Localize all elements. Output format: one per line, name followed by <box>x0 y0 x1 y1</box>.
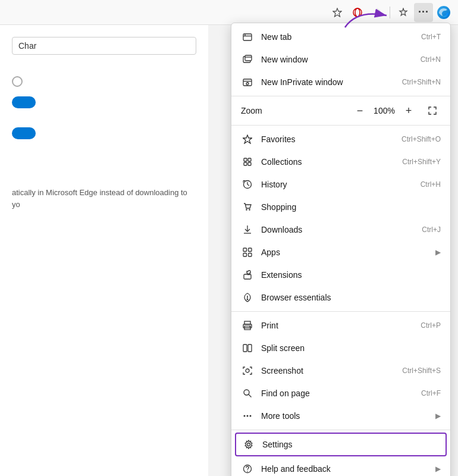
new-window-label: New window <box>261 55 415 64</box>
downloads-shortcut: Ctrl+J <box>422 226 441 234</box>
zoom-row: Zoom − 100% + <box>231 99 450 123</box>
svg-rect-10 <box>245 55 252 61</box>
menu-item-collections[interactable]: Collections Ctrl+Shift+Y <box>231 151 450 173</box>
menu-item-new-window[interactable]: New window Ctrl+N <box>231 48 450 71</box>
menu-item-print[interactable]: Print Ctrl+P <box>231 314 450 337</box>
menu-item-more-tools[interactable]: More tools ▶ <box>231 405 450 427</box>
svg-point-43 <box>250 415 252 417</box>
more-tools-label: More tools <box>261 411 431 421</box>
new-tab-shortcut: Ctrl+T <box>421 33 441 41</box>
split-screen-icon <box>241 342 254 355</box>
svg-point-42 <box>247 415 249 417</box>
collections-label: Collections <box>261 157 396 167</box>
svg-rect-36 <box>243 345 247 352</box>
menu-item-help[interactable]: Help and feedback ▶ <box>231 458 450 476</box>
svg-rect-32 <box>244 321 250 324</box>
edge-icon[interactable] <box>434 3 453 22</box>
arrow-annotation <box>339 4 399 33</box>
zoom-fullscreen-button[interactable] <box>424 102 441 119</box>
svg-point-35 <box>249 326 250 327</box>
char-input[interactable] <box>12 37 196 55</box>
zoom-label: Zoom <box>241 106 352 115</box>
svg-point-22 <box>246 209 247 210</box>
svg-point-23 <box>249 209 250 210</box>
favorites-label: Favorites <box>261 134 396 144</box>
menu-item-browser-essentials[interactable]: Browser essentials <box>231 286 450 309</box>
browser-essentials-label: Browser essentials <box>261 293 441 302</box>
extensions-label: Extensions <box>261 270 441 280</box>
shopping-label: Shopping <box>261 202 435 212</box>
new-window-shortcut: Ctrl+N <box>421 55 441 64</box>
zoom-minus-button[interactable]: − <box>352 102 368 119</box>
svg-marker-16 <box>243 135 252 143</box>
more-tools-arrow-icon: ▶ <box>435 412 441 420</box>
svg-rect-37 <box>248 345 252 352</box>
split-screen-label: Split screen <box>261 343 441 353</box>
history-icon <box>241 178 254 191</box>
screenshot-label: Screenshot <box>261 366 396 375</box>
menu-item-shopping[interactable]: Shopping <box>231 196 450 218</box>
menu-item-favorites[interactable]: Favorites Ctrl+Shift+O <box>231 128 450 151</box>
settings-menu-icon <box>242 438 255 451</box>
menu-item-apps[interactable]: Apps ▶ <box>231 241 450 264</box>
browser-essentials-icon <box>241 291 254 304</box>
svg-rect-30 <box>244 274 251 279</box>
svg-rect-18 <box>248 158 251 161</box>
favorites-shortcut: Ctrl+Shift+O <box>401 135 441 143</box>
menu-item-inprivate[interactable]: New InPrivate window Ctrl+Shift+N <box>231 71 450 93</box>
print-icon <box>241 319 254 332</box>
svg-marker-3 <box>400 8 407 15</box>
menu-item-find[interactable]: Find on page Ctrl+F <box>231 382 450 405</box>
extensions-icon <box>241 268 254 281</box>
new-tab-icon <box>241 30 254 43</box>
menu-item-screenshot[interactable]: Screenshot Ctrl+Shift+S <box>231 359 450 382</box>
menu-item-split-screen[interactable]: Split screen <box>231 337 450 359</box>
svg-rect-6 <box>243 34 252 40</box>
svg-rect-28 <box>243 253 247 257</box>
svg-point-31 <box>247 299 248 300</box>
toggle-switch-1[interactable] <box>12 96 36 108</box>
zoom-value: 100% <box>373 106 396 115</box>
menu-item-downloads[interactable]: Downloads Ctrl+J <box>231 218 450 241</box>
svg-rect-19 <box>244 162 247 165</box>
separator-3 <box>231 311 450 312</box>
downloads-label: Downloads <box>261 225 416 234</box>
svg-rect-20 <box>248 162 251 165</box>
screenshot-icon <box>241 364 254 377</box>
zoom-controls: − 100% + <box>352 102 441 119</box>
svg-point-41 <box>244 415 246 417</box>
svg-rect-27 <box>249 248 252 252</box>
more-menu-icon[interactable]: ··· <box>414 3 433 22</box>
zoom-plus-button[interactable]: + <box>400 102 417 119</box>
find-label: Find on page <box>261 389 415 398</box>
svg-rect-29 <box>249 253 252 257</box>
menu-item-settings[interactable]: Settings <box>235 433 447 456</box>
radio-button-1[interactable] <box>12 76 23 87</box>
radio-row-1 <box>12 76 196 87</box>
more-tools-icon <box>241 409 254 422</box>
separator-1 <box>231 96 450 96</box>
find-icon <box>241 387 254 400</box>
context-menu: New tab Ctrl+T New window Ctrl+N New InP… <box>231 23 451 476</box>
downloads-icon <box>241 223 254 236</box>
find-shortcut: Ctrl+F <box>421 389 441 397</box>
separator-4 <box>231 430 450 430</box>
svg-point-39 <box>244 390 249 395</box>
separator-2 <box>231 125 450 126</box>
svg-point-46 <box>247 471 248 472</box>
favorites-icon <box>241 133 254 146</box>
help-label: Help and feedback <box>261 464 431 474</box>
settings-label: Settings <box>262 440 440 449</box>
inprivate-label: New InPrivate window <box>261 77 396 87</box>
history-shortcut: Ctrl+H <box>421 180 441 189</box>
svg-rect-26 <box>243 248 247 252</box>
inprivate-icon <box>241 76 254 89</box>
toggle-switch-2[interactable] <box>12 127 36 139</box>
print-label: Print <box>261 321 415 330</box>
menu-item-history[interactable]: History Ctrl+H <box>231 173 450 196</box>
menu-item-extensions[interactable]: Extensions <box>231 264 450 286</box>
history-label: History <box>261 180 415 189</box>
collections-shortcut: Ctrl+Shift+Y <box>402 158 441 166</box>
page-content: atically in Microsoft Edge instead of do… <box>0 25 208 476</box>
shopping-icon <box>241 201 254 214</box>
